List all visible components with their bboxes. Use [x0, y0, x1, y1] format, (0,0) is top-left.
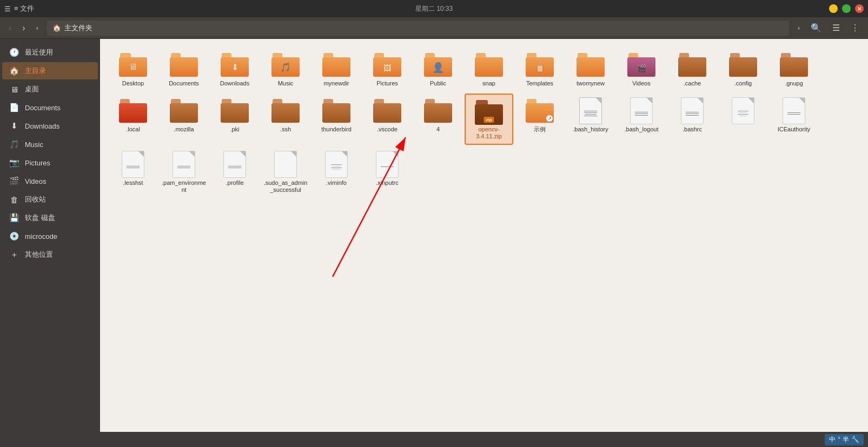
sidebar-item-music[interactable]: 🎵 Music [2, 136, 98, 153]
file-item-local[interactable]: .local [109, 94, 157, 144]
sidebar-item-disk[interactable]: 💾 软盘 磁盘 [2, 209, 98, 226]
folder-icon-pki [220, 98, 250, 124]
file-label-videos: Videos [632, 80, 650, 87]
file-item-pictures[interactable]: 🖼 Pictures [363, 48, 412, 91]
app-menu-icon[interactable]: ☰ [4, 5, 11, 13]
file-label-desktop: Desktop [122, 80, 144, 87]
file-item-downloads[interactable]: ⬇ Downloads [210, 48, 259, 91]
file-item-desktop[interactable]: 🖥 Desktop [109, 48, 157, 91]
file-item-twomynew[interactable]: twomynew [566, 48, 615, 91]
file-item-snap[interactable]: snap [465, 48, 513, 91]
downloads-icon: ⬇ [9, 121, 19, 131]
disk-icon: 💾 [9, 212, 19, 223]
view-options-button[interactable]: ☰ [828, 21, 844, 35]
file-label-templates: Templates [526, 80, 553, 87]
file-item-example[interactable]: ↗ 示例 [515, 94, 564, 144]
file-label-music: Music [278, 80, 294, 87]
music-icon: 🎵 [9, 139, 19, 150]
sidebar-item-documents[interactable]: 📄 Documents [2, 99, 98, 116]
file-label-bash-logout: .bash_logout [625, 126, 659, 133]
sidebar-item-downloads[interactable]: ⬇ Downloads [2, 117, 98, 135]
file-label-ssh: .ssh [280, 126, 291, 133]
home-icon: 🏠 [52, 24, 61, 32]
folder-icon-templates: 📋 [525, 52, 555, 78]
folder-icon-vscode [372, 98, 402, 124]
doc-icon-viminfo [321, 151, 352, 177]
file-label-gnupg: .gnupg [785, 80, 803, 87]
file-label-viminfo: .viminfo [326, 179, 347, 186]
file-item-thunderbird[interactable]: thunderbird [312, 94, 361, 144]
file-label-bashrc: .bashrc [683, 126, 702, 133]
file-item-public[interactable]: 👤 Public [414, 48, 462, 91]
file-item-pam-environment[interactable]: .pam_environment [160, 147, 208, 198]
folder-icon-documents [169, 52, 199, 78]
doc-icon-iceauthority [779, 98, 809, 124]
prev-breadcrumb-button[interactable]: ‹ [32, 22, 43, 34]
file-item-mynewdir[interactable]: mynewdir [312, 48, 361, 91]
maximize-button[interactable] [842, 4, 851, 13]
app-title: ≡ 文件 [14, 4, 34, 14]
folder-icon-music: 🎵 [270, 52, 301, 78]
sidebar-item-trash[interactable]: 🗑 回收站 [2, 191, 98, 208]
sidebar-item-other[interactable]: ＋ 其他位置 [2, 246, 98, 263]
sidebar-recent-label: 最近使用 [25, 48, 53, 57]
ime-indicator[interactable]: 中 ° 半 🔧 [825, 434, 864, 445]
titlebar-controls: ✕ [829, 4, 864, 13]
file-item-ssh[interactable]: .ssh [261, 94, 310, 144]
close-button[interactable]: ✕ [855, 4, 864, 13]
file-item-bashrc[interactable]: .bashrc [668, 94, 717, 144]
desktop-icon: 🖥 [9, 84, 19, 95]
doc-icon-unnamed [728, 98, 758, 124]
doc-icon-pam-environment [169, 151, 199, 177]
ime-settings-icon[interactable]: 🔧 [851, 436, 859, 443]
file-item-mozilla[interactable]: .mozilla [160, 94, 208, 144]
file-item-lesshst[interactable]: .lesshst [109, 147, 157, 198]
file-item-vscode[interactable]: .vscode [363, 94, 412, 144]
folder-icon-thunderbird [321, 98, 352, 124]
file-label-opencv-zip: opencv-3.4.11.zip [467, 126, 511, 140]
file-item-sudo-admin[interactable]: .sudo_as_admin_successful [261, 147, 310, 198]
sidebar-desktop-label: 桌面 [25, 84, 39, 94]
file-item-iceauthority[interactable]: ICEauthority [770, 94, 818, 144]
file-item-xinputrc[interactable]: .xinputrc [363, 147, 412, 198]
doc-icon-bash-logout [626, 98, 657, 124]
file-item-bash-logout[interactable]: .bash_logout [617, 94, 666, 144]
file-item-videos[interactable]: 🎬 Videos [617, 48, 666, 91]
file-item-templates[interactable]: 📋 Templates [515, 48, 564, 91]
file-item-config[interactable]: .config [719, 48, 767, 91]
sidebar-item-pictures[interactable]: 📷 Pictures [2, 154, 98, 171]
breadcrumb-text: 主文件夹 [64, 23, 92, 33]
folder-icon-videos: 🎬 [626, 52, 657, 78]
file-item-music[interactable]: 🎵 Music [261, 48, 310, 91]
sidebar-item-desktop[interactable]: 🖥 桌面 [2, 81, 98, 98]
sidebar-item-recent[interactable]: 🕐 最近使用 [2, 44, 98, 61]
file-item-gnupg[interactable]: .gnupg [770, 48, 818, 91]
next-breadcrumb-button[interactable]: › [793, 22, 804, 34]
sidebar-item-videos[interactable]: 🎬 Videos [2, 172, 98, 190]
menu-button[interactable]: ⋮ [846, 21, 864, 35]
file-item-bash-history[interactable]: .bash_history [566, 94, 615, 144]
file-item-4[interactable]: 4 [414, 94, 462, 144]
file-item-profile[interactable]: .profile [210, 147, 259, 198]
sidebar-item-microcode[interactable]: 💿 microcode [2, 228, 98, 245]
file-area[interactable]: 🖥 Desktop Documents [100, 39, 868, 206]
back-button[interactable]: ‹ [4, 21, 16, 35]
file-item-cache[interactable]: .cache [668, 48, 717, 91]
doc-icon-xinputrc [372, 151, 402, 177]
sidebar-item-home[interactable]: 🏠 主目录 [2, 62, 98, 79]
file-item-opencv-zip[interactable]: zip opencv-3.4.11.zip [465, 94, 513, 144]
breadcrumb[interactable]: 🏠 主文件夹 [47, 21, 789, 36]
file-item-pki[interactable]: .pki [210, 94, 259, 144]
file-label-downloads: Downloads [220, 80, 249, 87]
forward-button[interactable]: › [18, 21, 29, 35]
doc-icon-profile [220, 151, 250, 177]
file-label-pki: .pki [230, 126, 239, 133]
file-label-public: Public [430, 80, 446, 87]
search-button[interactable]: 🔍 [806, 21, 826, 35]
file-item-documents[interactable]: Documents [160, 48, 208, 91]
file-item-viminfo[interactable]: .viminfo [312, 147, 361, 198]
file-label-example: 示例 [534, 126, 546, 133]
minimize-button[interactable] [829, 4, 838, 13]
file-item-doc-unnamed[interactable] [719, 94, 767, 144]
pictures-icon: 📷 [9, 157, 19, 168]
